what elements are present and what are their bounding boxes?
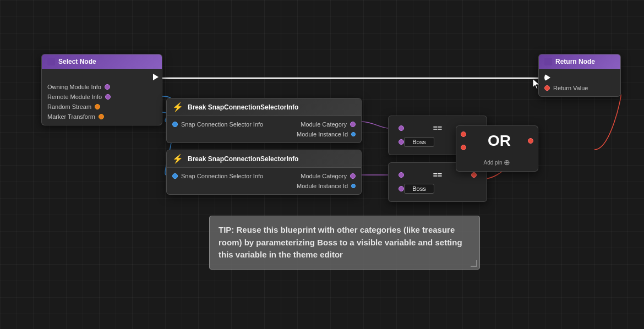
marker-transform-pin[interactable] xyxy=(99,114,104,119)
random-stream-row: Random Stream xyxy=(42,102,162,112)
eq-sign-2: == xyxy=(433,171,442,179)
select-node-title: Select Node xyxy=(58,58,96,65)
break-node-2-body: Snap Connection Selector Info Module Cat… xyxy=(167,168,361,194)
remote-module-pin[interactable] xyxy=(105,94,111,100)
break-node-2-title: Break SnapConnectionSelectorInfo xyxy=(188,155,298,163)
select-node-body: Owning Module Info Remote Module Info Ra… xyxy=(42,69,162,125)
module-inst-pin-2[interactable] xyxy=(351,184,356,188)
or-in-pin-2[interactable] xyxy=(461,145,466,150)
return-node[interactable]: Return Node Return Value xyxy=(538,54,621,97)
break-node-1-body: Snap Connection Selector Info Module Cat… xyxy=(167,116,361,142)
snap-conn-in-pin-1[interactable] xyxy=(172,122,178,127)
eq-in2-pin-1[interactable] xyxy=(399,139,404,145)
break-node-1[interactable]: ⚡ Break SnapConnectionSelectorInfo Snap … xyxy=(166,98,362,143)
tip-box: TIP: Reuse this blueprint with other cat… xyxy=(209,216,480,270)
snap-conn-label-2: Snap Connection Selector Info xyxy=(181,173,263,179)
marker-transform-label: Marker Transform xyxy=(47,113,95,120)
exec-out-pin[interactable] xyxy=(153,74,159,80)
module-inst-label-2: Module Instance Id xyxy=(297,183,348,189)
add-pin-label: Add pin xyxy=(484,160,503,166)
module-cat-pin-1[interactable] xyxy=(350,122,356,127)
tip-text: TIP: Reuse this blueprint with other cat… xyxy=(219,225,462,259)
boss-input-1[interactable] xyxy=(404,137,434,147)
or-in-pin-1[interactable] xyxy=(461,131,466,137)
select-node-icon xyxy=(47,58,55,65)
random-stream-label: Random Stream xyxy=(47,103,91,110)
remote-module-row: Remote Module Info xyxy=(42,92,162,102)
break-icon-2: ⚡ xyxy=(172,153,183,164)
eq-out-pin-2[interactable] xyxy=(471,172,477,178)
or-node-inner: OR xyxy=(456,126,538,156)
return-value-label: Return Value xyxy=(553,85,588,91)
owning-module-label: Owning Module Info xyxy=(47,84,101,90)
return-node-body: Return Value xyxy=(539,69,620,96)
break-node-2[interactable]: ⚡ Break SnapConnectionSelectorInfo Snap … xyxy=(166,150,362,195)
snap-conn-row-1: Snap Connection Selector Info Module Cat… xyxy=(167,119,361,129)
module-cat-pin-2[interactable] xyxy=(350,173,356,179)
resize-handle[interactable] xyxy=(471,260,477,267)
add-pin-icon[interactable]: ⊕ xyxy=(504,158,510,167)
select-node[interactable]: Select Node Owning Module Info Remote Mo… xyxy=(41,54,162,125)
module-inst-row-1: Module Instance Id xyxy=(167,129,361,139)
return-value-pin[interactable] xyxy=(544,85,550,91)
boss-input-2[interactable] xyxy=(404,184,434,194)
return-node-title: Return Node xyxy=(555,58,595,65)
break-node-1-header: ⚡ Break SnapConnectionSelectorInfo xyxy=(167,98,361,116)
eq-in2-pin-2[interactable] xyxy=(399,186,404,191)
add-pin-row[interactable]: Add pin ⊕ xyxy=(456,158,538,171)
return-node-header: Return Node xyxy=(539,54,620,69)
exec-pin-row xyxy=(42,72,162,82)
owning-module-pin[interactable] xyxy=(105,84,110,90)
module-inst-row-2: Module Instance Id xyxy=(167,181,361,191)
exec-in-row xyxy=(539,72,620,83)
snap-conn-in-pin-2[interactable] xyxy=(172,173,178,179)
exec-in-pin[interactable] xyxy=(544,74,550,81)
owning-module-row: Owning Module Info xyxy=(42,82,162,92)
break-icon-1: ⚡ xyxy=(172,102,183,112)
eq-in-pin-1[interactable] xyxy=(399,125,404,131)
return-node-icon xyxy=(544,58,552,65)
random-stream-pin[interactable] xyxy=(95,104,100,109)
break-node-1-title: Break SnapConnectionSelectorInfo xyxy=(188,103,298,111)
or-node[interactable]: OR Add pin ⊕ xyxy=(456,125,538,172)
module-inst-label-1: Module Instance Id xyxy=(297,131,348,138)
or-label-container: OR xyxy=(471,132,528,150)
select-node-header: Select Node xyxy=(42,54,162,69)
module-cat-label-1: Module Category xyxy=(301,121,347,128)
return-value-row: Return Value xyxy=(539,83,620,93)
or-out-pin[interactable] xyxy=(528,138,533,144)
break-node-2-header: ⚡ Break SnapConnectionSelectorInfo xyxy=(167,150,361,168)
remote-module-label: Remote Module Info xyxy=(47,94,102,100)
module-inst-pin-1[interactable] xyxy=(351,132,356,136)
snap-conn-row-2: Snap Connection Selector Info Module Cat… xyxy=(167,171,361,181)
eq-sign-1: == xyxy=(433,124,442,133)
or-left-pins xyxy=(461,131,466,150)
marker-transform-row: Marker Transform xyxy=(42,112,162,122)
module-cat-label-2: Module Category xyxy=(301,173,347,179)
eq-bottom-row-2 xyxy=(394,182,481,196)
eq-in-pin-2[interactable] xyxy=(399,172,404,178)
snap-conn-label-1: Snap Connection Selector Info xyxy=(181,121,263,128)
or-label: OR xyxy=(471,132,528,150)
